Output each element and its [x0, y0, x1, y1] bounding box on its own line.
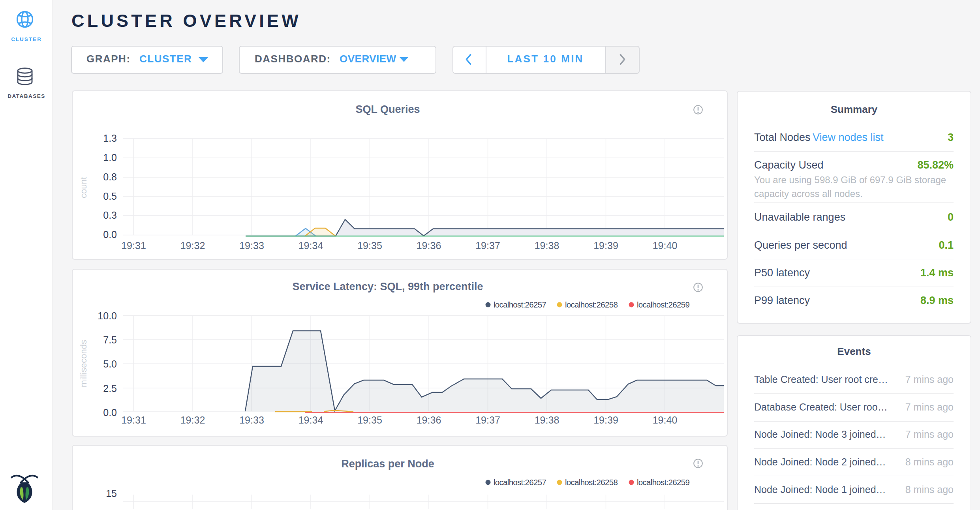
- svg-text:0.0: 0.0: [103, 407, 117, 418]
- svg-text:localhost:26257: localhost:26257: [494, 478, 546, 487]
- svg-text:0.0: 0.0: [103, 229, 117, 240]
- svg-text:19:38: 19:38: [535, 240, 559, 251]
- svg-text:19:40: 19:40: [653, 240, 678, 251]
- svg-text:2.5: 2.5: [103, 383, 117, 394]
- svg-text:0.8: 0.8: [103, 171, 117, 182]
- svg-text:10.0: 10.0: [98, 310, 117, 321]
- svg-text:19:37: 19:37: [475, 414, 500, 426]
- svg-text:localhost:26258: localhost:26258: [565, 300, 618, 309]
- svg-text:19:34: 19:34: [299, 240, 323, 251]
- svg-text:19:40: 19:40: [653, 414, 678, 426]
- svg-text:19:38: 19:38: [535, 414, 559, 426]
- svg-text:19:35: 19:35: [357, 240, 382, 251]
- svg-text:19:33: 19:33: [239, 414, 264, 426]
- svg-text:0.5: 0.5: [103, 191, 117, 202]
- svg-text:19:31: 19:31: [121, 240, 146, 251]
- svg-text:19:36: 19:36: [417, 414, 441, 426]
- svg-text:0.3: 0.3: [103, 210, 117, 221]
- svg-text:15: 15: [106, 488, 117, 499]
- svg-text:localhost:26257: localhost:26257: [494, 300, 546, 309]
- svg-text:1.3: 1.3: [103, 133, 117, 144]
- svg-text:19:36: 19:36: [417, 240, 441, 251]
- svg-text:19:31: 19:31: [121, 414, 146, 426]
- svg-text:Service Latency: SQL, 99th per: Service Latency: SQL, 99th percentile: [292, 281, 483, 292]
- svg-text:19:39: 19:39: [593, 414, 618, 426]
- svg-text:localhost:26258: localhost:26258: [565, 478, 618, 487]
- svg-text:localhost:26259: localhost:26259: [637, 300, 689, 309]
- svg-text:7.5: 7.5: [103, 334, 117, 345]
- svg-text:SQL Queries: SQL Queries: [355, 103, 420, 115]
- svg-text:19:34: 19:34: [299, 414, 323, 426]
- svg-text:count: count: [79, 177, 88, 198]
- svg-text:localhost:26259: localhost:26259: [637, 478, 689, 487]
- svg-text:19:33: 19:33: [239, 240, 264, 251]
- svg-text:5.0: 5.0: [103, 358, 117, 369]
- svg-text:Replicas per Node: Replicas per Node: [341, 458, 434, 470]
- svg-text:milliseconds: milliseconds: [79, 340, 88, 387]
- svg-text:1.0: 1.0: [103, 152, 117, 163]
- svg-text:19:32: 19:32: [180, 240, 205, 251]
- svg-text:19:39: 19:39: [593, 240, 618, 251]
- svg-text:19:35: 19:35: [357, 414, 382, 426]
- svg-text:19:32: 19:32: [180, 414, 205, 426]
- svg-text:19:37: 19:37: [475, 240, 500, 251]
